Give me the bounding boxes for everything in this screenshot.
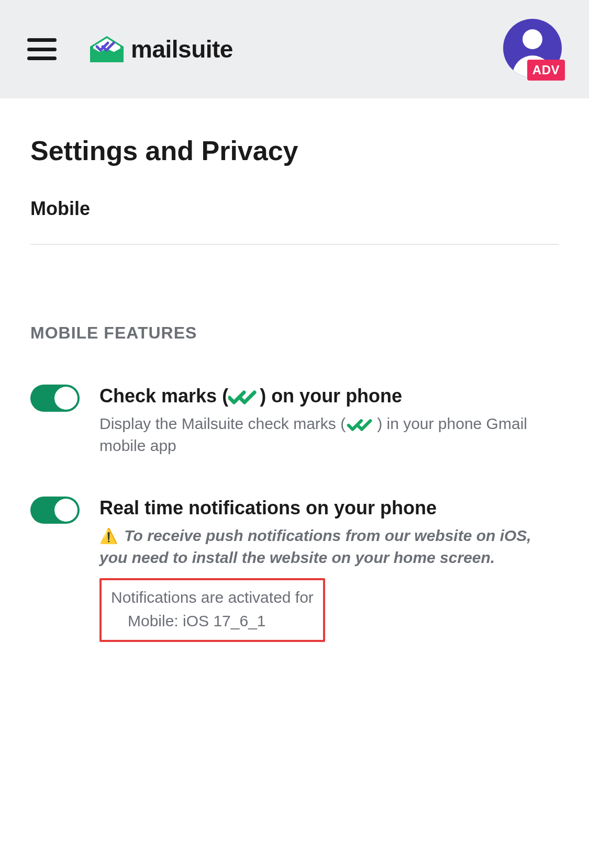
double-check-icon xyxy=(346,418,377,432)
divider xyxy=(30,244,559,245)
toggle-checkmarks[interactable] xyxy=(30,385,80,412)
section-heading: MOBILE FEATURES xyxy=(30,323,559,343)
setting-notifications-title: Real time notifications on your phone xyxy=(99,494,559,522)
notifications-activated-label: Notifications are activated for xyxy=(111,585,314,609)
mailsuite-envelope-icon xyxy=(88,34,126,64)
page-title: Settings and Privacy xyxy=(30,135,559,166)
setting-checkmarks-title: Check marks () on your phone xyxy=(99,382,559,410)
plan-badge: ADV xyxy=(527,60,565,81)
setting-notifications: Real time notifications on your phone ⚠️… xyxy=(30,494,559,642)
brand-logo[interactable]: mailsuite xyxy=(88,34,233,64)
user-avatar[interactable]: ADV xyxy=(503,19,562,77)
page-subtitle: Mobile xyxy=(30,198,559,220)
toggle-notifications[interactable] xyxy=(30,497,80,524)
brand-name: mailsuite xyxy=(131,35,233,63)
warning-icon: ⚠️ xyxy=(99,528,118,544)
setting-notifications-desc: ⚠️ To receive push notifications from ou… xyxy=(99,525,559,569)
notifications-activated-device: Mobile: iOS 17_6_1 xyxy=(128,609,314,633)
main-content: Settings and Privacy Mobile MOBILE FEATU… xyxy=(0,98,589,642)
menu-hamburger-icon[interactable] xyxy=(27,38,57,60)
setting-checkmarks: Check marks () on your phone Display the… xyxy=(30,382,559,457)
notifications-activated-box: Notifications are activated for Mobile: … xyxy=(99,578,325,642)
double-check-icon xyxy=(228,389,260,405)
app-header: mailsuite ADV xyxy=(0,0,589,98)
setting-checkmarks-desc: Display the Mailsuite check marks () in … xyxy=(99,413,559,457)
